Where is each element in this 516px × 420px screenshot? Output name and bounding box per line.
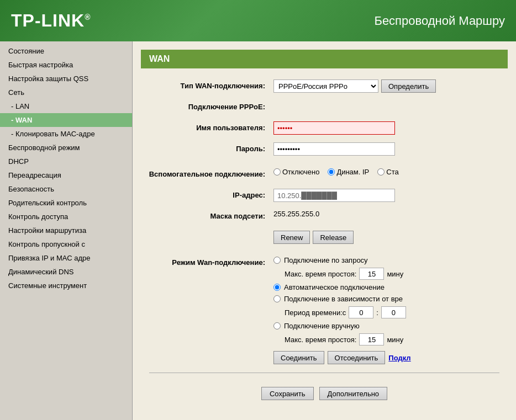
username-label: Имя пользователя:	[141, 121, 273, 132]
main-content: WAN Тип WAN-подключения: PPPoE/Россия PP…	[133, 41, 516, 420]
period-colon: :	[376, 309, 378, 317]
time-based-row: Подключение в зависимости от вре	[273, 295, 411, 303]
auto-connect-row: Автоматическое подключение	[273, 283, 411, 291]
on-demand-row: Подключение по запросу	[273, 256, 411, 264]
username-row: Имя пользователя:	[141, 121, 508, 137]
wan-mode-options: Подключение по запросу Макс. время прост…	[273, 256, 411, 364]
renew-release-row: Renew Release	[141, 231, 508, 246]
header-title: Беспроводной Маршру	[374, 14, 505, 28]
manual-row: Подключение вручную	[273, 322, 411, 330]
max-idle-input[interactable]	[359, 268, 384, 280]
divider	[149, 373, 499, 373]
auto-connect-label: Автоматическое подключение	[284, 283, 385, 291]
pppoe-label: Подключение PPPoE:	[141, 100, 273, 111]
max-idle2-row: Макс. время простоя: мину	[273, 333, 411, 345]
min-unit2: мину	[387, 336, 403, 344]
ip-row: IP-адрес:	[141, 189, 508, 204]
sidebar-item-parental[interactable]: Родительский контроль	[0, 196, 132, 210]
sidebar-item-qss[interactable]: Настройка защиты QSS	[0, 72, 132, 86]
connect-button[interactable]: Соединить	[273, 351, 324, 364]
pppoe-label-row: Подключение PPPoE:	[141, 100, 508, 116]
aux-conn-label: Вспомогательное подключение:	[141, 168, 273, 178]
bottom-buttons: Сохранить Дополнительно	[141, 381, 508, 406]
password-row: Пароль:	[141, 142, 508, 158]
wan-type-row: Тип WAN-подключения: PPPoE/Россия PPPo О…	[141, 79, 508, 95]
on-demand-radio[interactable]	[273, 257, 281, 264]
sidebar-item-dhcp[interactable]: DHCP	[0, 155, 132, 168]
wan-type-select[interactable]: PPPoE/Россия PPPo	[273, 79, 378, 93]
sidebar-item-ip-mac[interactable]: Привязка IP и МАС адре	[0, 251, 132, 265]
advanced-button[interactable]: Дополнительно	[319, 387, 388, 400]
sidebar-item-wireless[interactable]: Беспроводной режим	[0, 141, 132, 155]
period-to-input[interactable]	[381, 306, 406, 318]
period-label: Период времени:с	[285, 309, 346, 317]
max-idle-row: Макс. время простоя: мину	[273, 268, 411, 280]
ip-label: IP-адрес:	[141, 189, 273, 199]
aux-static-option[interactable]: Ста	[377, 168, 398, 176]
aux-off-radio[interactable]	[273, 168, 281, 176]
wan-type-label: Тип WAN-подключения:	[141, 79, 273, 90]
period-row: Период времени:с :	[273, 306, 411, 318]
form-area: Тип WAN-подключения: PPPoE/Россия PPPo О…	[133, 74, 516, 411]
aux-off-option[interactable]: Отключено	[273, 168, 319, 176]
min-unit: мину	[387, 270, 403, 278]
aux-dynamic-label: Динам. IP	[336, 168, 369, 176]
wan-title: WAN	[149, 54, 170, 63]
ip-input[interactable]	[273, 189, 395, 202]
username-value	[273, 121, 395, 135]
aux-conn-row: Вспомогательное подключение: Отключено Д…	[141, 168, 508, 183]
renew-release-buttons: Renew Release	[273, 231, 354, 244]
logo-reg: ®	[85, 13, 91, 22]
ip-value	[273, 189, 395, 202]
sidebar-item-status[interactable]: Состояние	[0, 44, 132, 58]
subnet-value: 255.255.255.0	[273, 210, 325, 218]
sidebar-item-security[interactable]: Безопасность	[0, 182, 132, 196]
wan-mode-label: Режим Wan-подключение:	[141, 256, 273, 267]
logo-text: TP-LINK	[11, 10, 85, 30]
sidebar-item-network[interactable]: Сеть	[0, 86, 132, 99]
manual-radio[interactable]	[273, 322, 281, 329]
wan-mode-row: Режим Wan-подключение: Подключение по за…	[141, 256, 508, 364]
subnet-row: Маска подсети: 255.255.255.0	[141, 210, 508, 225]
aux-conn-value: Отключено Динам. IP Ста	[273, 168, 404, 176]
release-button[interactable]: Release	[313, 231, 354, 244]
password-input[interactable]	[273, 142, 395, 156]
wan-mode-options-list: Подключение по запросу Макс. время прост…	[273, 256, 411, 364]
username-input[interactable]	[273, 121, 395, 135]
auto-connect-radio[interactable]	[273, 284, 281, 291]
disconnect-button[interactable]: Отсоединить	[328, 351, 386, 364]
sidebar-item-quick-setup[interactable]: Быстрая настройка	[0, 58, 132, 72]
aux-static-radio[interactable]	[377, 168, 385, 176]
connect-link[interactable]: Подкл	[388, 354, 410, 362]
sidebar-item-bandwidth[interactable]: Контроль пропускной с	[0, 237, 132, 251]
max-idle2-input[interactable]	[359, 333, 384, 345]
time-based-label: Подключение в зависимости от вре	[284, 295, 403, 303]
sidebar-item-mac-clone[interactable]: - Клонировать МАС-адре	[0, 127, 132, 141]
sidebar-item-ddns[interactable]: Динамический DNS	[0, 265, 132, 279]
save-button[interactable]: Сохранить	[261, 387, 314, 400]
renew-spacer	[141, 231, 273, 233]
header: TP-LINK® Беспроводной Маршру	[0, 0, 516, 41]
logo: TP-LINK®	[11, 10, 91, 31]
on-demand-label: Подключение по запросу	[284, 256, 368, 264]
sidebar-item-wan[interactable]: - WAN	[0, 113, 132, 127]
aux-static-label: Ста	[386, 168, 398, 176]
renew-button[interactable]: Renew	[273, 231, 310, 244]
wan-section-header: WAN	[141, 50, 508, 68]
period-from-input[interactable]	[349, 306, 373, 318]
sidebar-item-tools[interactable]: Системные инструмент	[0, 279, 132, 293]
subnet-text: 255.255.255.0	[273, 210, 319, 218]
password-label: Пароль:	[141, 142, 273, 153]
max-idle-label: Макс. время простоя:	[285, 270, 356, 278]
sidebar-item-routing[interactable]: Настройки маршрутиза	[0, 224, 132, 237]
determine-button[interactable]: Определить	[381, 79, 436, 93]
sidebar-item-forwarding[interactable]: Переадресация	[0, 168, 132, 182]
sidebar-item-access-control[interactable]: Контроль доступа	[0, 210, 132, 224]
wan-type-value: PPPoE/Россия PPPo Определить	[273, 79, 436, 93]
connect-buttons-row: Соединить Отсоединить Подкл	[273, 351, 411, 364]
layout: СостояниеБыстрая настройкаНастройка защи…	[0, 41, 516, 420]
aux-dynamic-option[interactable]: Динам. IP	[328, 168, 369, 176]
aux-dynamic-radio[interactable]	[328, 168, 335, 176]
time-based-radio[interactable]	[273, 295, 281, 302]
sidebar-item-lan[interactable]: - LAN	[0, 99, 132, 113]
